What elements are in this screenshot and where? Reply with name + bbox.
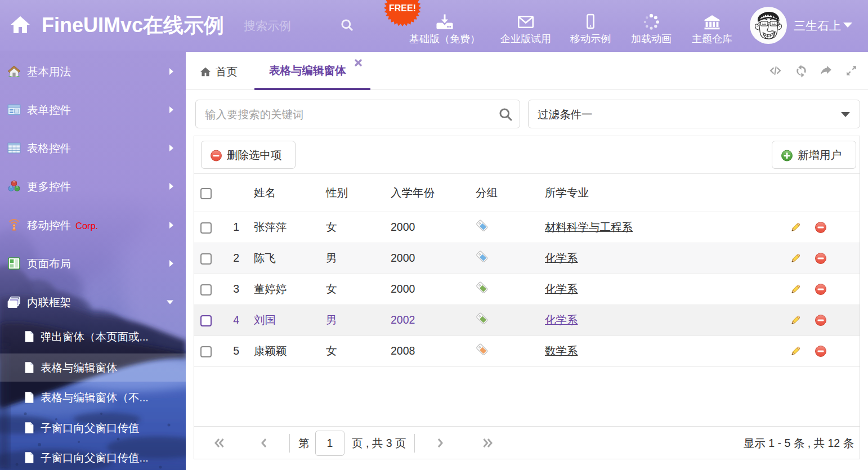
svg-text:FREE!: FREE! [389,3,416,13]
